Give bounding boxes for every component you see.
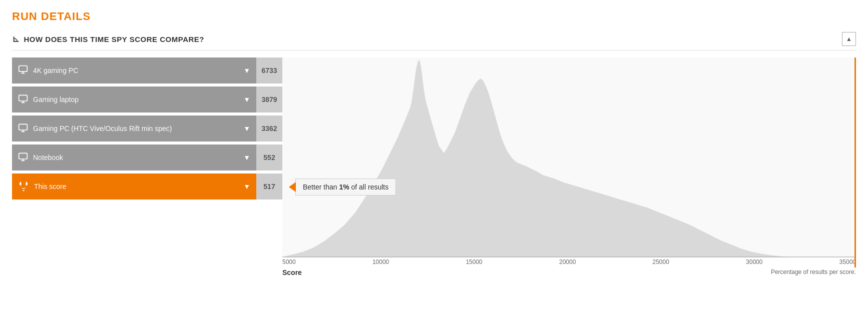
bar-icon-notebook bbox=[18, 152, 28, 164]
bar-row-4k-gaming-pc: 4K gaming PC▼6733 bbox=[12, 58, 282, 84]
page-container: RUN DETAILS ⊾ HOW DOES THIS TIME SPY SCO… bbox=[0, 0, 868, 282]
chart-icon: ⊾ bbox=[12, 34, 20, 44]
chart-canvas: Better than 1% of all results bbox=[282, 58, 856, 258]
bar-score-notebook: 552 bbox=[256, 144, 282, 170]
svg-rect-6 bbox=[19, 124, 28, 130]
bar-label-notebook[interactable]: Notebook▼ bbox=[12, 144, 256, 170]
page-title: RUN DETAILS bbox=[12, 10, 856, 23]
bar-text-gaming-laptop: Gaming laptop bbox=[33, 96, 238, 104]
bar-text-notebook: Notebook bbox=[33, 154, 238, 162]
bar-row-notebook: Notebook▼552 bbox=[12, 144, 282, 170]
svg-rect-0 bbox=[19, 66, 28, 72]
comparison-bars: 4K gaming PC▼6733Gaming laptop▼3879Gamin… bbox=[12, 58, 282, 200]
bar-arrow-gaming-laptop: ▼ bbox=[243, 96, 250, 104]
bar-row-this-score: This score▼517 bbox=[12, 174, 282, 200]
bar-score-gaming-pc-htc: 3362 bbox=[256, 116, 282, 142]
bar-arrow-4k-gaming-pc: ▼ bbox=[243, 66, 250, 74]
svg-rect-9 bbox=[19, 153, 28, 159]
bar-label-gaming-pc-htc[interactable]: Gaming PC (HTC Vive/Oculus Rift min spec… bbox=[12, 116, 256, 142]
bar-score-4k-gaming-pc: 6733 bbox=[256, 58, 282, 84]
bar-arrow-notebook: ▼ bbox=[243, 154, 250, 162]
bar-label-4k-gaming-pc[interactable]: 4K gaming PC▼ bbox=[12, 58, 256, 84]
bar-score-this-score: 517 bbox=[256, 174, 282, 200]
bar-icon-gaming-pc-htc bbox=[18, 122, 28, 135]
bar-label-gaming-laptop[interactable]: Gaming laptop▼ bbox=[12, 86, 256, 112]
svg-rect-3 bbox=[19, 95, 28, 101]
bar-arrow-this-score: ▼ bbox=[243, 182, 250, 190]
section-title-text: HOW DOES THIS TIME SPY SCORE COMPARE? bbox=[24, 35, 204, 44]
distribution-chart bbox=[282, 58, 856, 268]
collapse-button[interactable]: ▲ bbox=[842, 32, 856, 46]
section-header: ⊾ HOW DOES THIS TIME SPY SCORE COMPARE? … bbox=[12, 32, 856, 50]
bar-icon-this-score bbox=[18, 180, 29, 194]
bar-score-gaming-laptop: 3879 bbox=[256, 86, 282, 112]
bar-row-gaming-laptop: Gaming laptop▼3879 bbox=[12, 86, 282, 112]
chart-container: Better than 1% of all results 5000100001… bbox=[282, 58, 856, 276]
bar-icon-gaming-laptop bbox=[18, 94, 28, 106]
chart-footer: Score Percentage of results per score. bbox=[282, 268, 856, 276]
bar-row-gaming-pc-htc: Gaming PC (HTC Vive/Oculus Rift min spec… bbox=[12, 116, 282, 142]
score-label: Score bbox=[282, 268, 302, 276]
bar-label-this-score[interactable]: This score▼ bbox=[12, 174, 256, 200]
score-marker-line bbox=[854, 58, 856, 268]
bar-arrow-gaming-pc-htc: ▼ bbox=[243, 124, 250, 132]
bars-wrapper: 4K gaming PC▼6733Gaming laptop▼3879Gamin… bbox=[12, 58, 282, 200]
percentage-label: Percentage of results per score. bbox=[771, 268, 856, 276]
comparison-section: 4K gaming PC▼6733Gaming laptop▼3879Gamin… bbox=[12, 58, 856, 276]
bar-text-this-score: This score bbox=[34, 182, 238, 190]
bar-icon-4k-gaming-pc bbox=[18, 64, 28, 77]
bar-text-4k-gaming-pc: 4K gaming PC bbox=[33, 66, 238, 74]
section-title: ⊾ HOW DOES THIS TIME SPY SCORE COMPARE? bbox=[12, 34, 204, 44]
bar-text-gaming-pc-htc: Gaming PC (HTC Vive/Oculus Rift min spec… bbox=[33, 124, 238, 132]
